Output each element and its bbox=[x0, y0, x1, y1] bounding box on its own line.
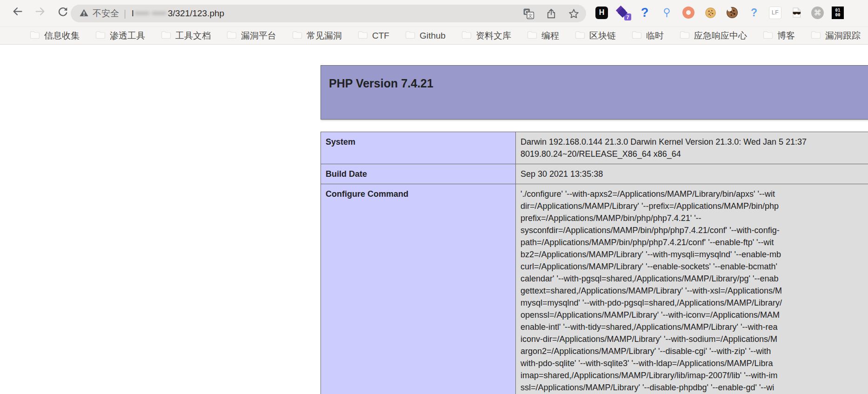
row-value: Darwin 192.168.0.144 21.3.0 Darwin Kerne… bbox=[516, 132, 868, 164]
orange-ring-extension-icon[interactable] bbox=[681, 6, 695, 20]
value-line: mysql=mysqlnd' '--with-pdo-pgsql=shared,… bbox=[521, 297, 868, 309]
mask-extension-icon[interactable] bbox=[789, 6, 803, 20]
value-line: Darwin 192.168.0.144 21.3.0 Darwin Kerne… bbox=[521, 136, 868, 148]
help2-extension-icon[interactable]: ? bbox=[747, 6, 761, 20]
url-redacted-host: •••• bbox=[135, 8, 149, 19]
row-value: Sep 30 2021 13:35:38 bbox=[516, 164, 868, 184]
forward-button[interactable] bbox=[33, 4, 47, 19]
binary-extension-icon[interactable]: 01 00 bbox=[832, 7, 844, 19]
bookmark-label: 常见漏洞 bbox=[307, 30, 342, 42]
row-label: Configure Command bbox=[321, 184, 516, 394]
cookie-dark-extension-icon-glyph bbox=[726, 6, 739, 19]
folder-icon bbox=[292, 31, 302, 41]
help2-extension-icon-glyph: ? bbox=[751, 7, 757, 19]
info-row: Configure Command'./configure' '--with-a… bbox=[321, 184, 868, 394]
bookmark-item[interactable]: 常见漏洞 bbox=[292, 30, 342, 42]
value-line: path=/Applications/MAMP/bin/php/php7.4.2… bbox=[521, 236, 868, 248]
value-line: iconv-dir=/Applications/MAMP/Library' '-… bbox=[521, 333, 868, 345]
command-extension-icon-glyph: ⌘ bbox=[814, 8, 821, 17]
folder-icon bbox=[575, 31, 585, 41]
cookie-light-extension-icon[interactable] bbox=[703, 6, 717, 20]
bookmark-item[interactable]: 应急响应中心 bbox=[680, 30, 747, 42]
bookmark-item[interactable]: 信息收集 bbox=[30, 30, 80, 42]
folder-icon bbox=[811, 31, 821, 41]
bookmark-label: 信息收集 bbox=[44, 30, 80, 42]
bookmark-star-icon[interactable] bbox=[568, 8, 580, 20]
not-secure-warning-icon bbox=[79, 8, 89, 20]
share-icon[interactable] bbox=[546, 8, 557, 19]
address-bar[interactable]: 不安全 | l •••• •••• 3/321/123.php G文 bbox=[71, 5, 586, 22]
bookmark-item[interactable]: 渗透工具 bbox=[95, 30, 145, 42]
bookmark-item[interactable]: 漏洞跟踪 bbox=[811, 30, 861, 42]
bookmark-label: 渗透工具 bbox=[110, 30, 145, 42]
command-extension-icon[interactable]: ⌘ bbox=[811, 7, 824, 19]
omnibox-actions: G文 bbox=[523, 8, 580, 20]
php-version-header: PHP Version 7.4.21 bbox=[320, 65, 868, 120]
row-label: System bbox=[321, 132, 516, 164]
cookie-dark-extension-icon[interactable] bbox=[725, 6, 739, 20]
help-extension-icon[interactable]: ? bbox=[638, 6, 652, 20]
folder-icon bbox=[161, 31, 171, 41]
pin-extension-icon[interactable] bbox=[660, 6, 674, 20]
value-line: with-pdo-sqlite' '--with-sqlite3' '--wit… bbox=[521, 357, 868, 369]
folder-icon bbox=[763, 31, 773, 41]
folder-icon bbox=[95, 31, 106, 41]
folder-icon bbox=[405, 31, 415, 41]
url-redacted-host-2: •••• bbox=[152, 8, 167, 19]
bookmark-item[interactable]: CTF bbox=[358, 31, 389, 41]
bookmark-item[interactable]: Github bbox=[405, 31, 446, 41]
bookmark-item[interactable]: 博客 bbox=[763, 30, 795, 42]
lf-extension-icon[interactable]: LF bbox=[769, 7, 781, 19]
bookmark-label: 漏洞平台 bbox=[241, 30, 276, 42]
back-button[interactable] bbox=[10, 4, 25, 19]
bookmark-label: 编程 bbox=[541, 30, 559, 42]
value-line: 8019.80.24~20/RELEASE_X86_64 x86_64 bbox=[521, 148, 868, 160]
folder-icon bbox=[632, 31, 642, 41]
value-line: bz2=/Applications/MAMP/Library' '--with-… bbox=[521, 248, 868, 260]
extensions-area: H7??LF⌘01 00 bbox=[595, 6, 844, 20]
page-title: PHP Version 7.4.21 bbox=[329, 77, 868, 90]
translate-icon[interactable]: G文 bbox=[523, 8, 534, 20]
value-line: curl=/Applications/MAMP/Library' '--enab… bbox=[521, 260, 868, 273]
value-line: enable-intl' '--with-tidy=shared,/Applic… bbox=[521, 321, 868, 333]
folder-icon bbox=[358, 31, 368, 41]
reload-icon bbox=[57, 6, 69, 18]
value-line: argon2=/Applications/MAMP/Library' '--di… bbox=[521, 345, 868, 357]
security-label: 不安全 bbox=[93, 7, 119, 20]
bookmark-label: 资料文库 bbox=[476, 30, 511, 42]
folder-icon bbox=[680, 31, 690, 41]
bookmark-item[interactable]: 临时 bbox=[632, 30, 664, 42]
bookmark-label: 工具文档 bbox=[175, 30, 211, 42]
bookmark-label: 漏洞跟踪 bbox=[825, 30, 861, 42]
bookmark-label: CTF bbox=[372, 31, 389, 41]
url-separator: | bbox=[124, 8, 126, 19]
url-prefix: l bbox=[132, 8, 134, 19]
reload-button[interactable] bbox=[56, 5, 70, 19]
bookmark-item[interactable]: 工具文档 bbox=[161, 30, 211, 42]
cookie-light-extension-icon-glyph bbox=[704, 7, 717, 19]
value-line: dir=/Applications/MAMP/Library' '--prefi… bbox=[521, 200, 868, 212]
bookmark-item[interactable]: 编程 bbox=[527, 30, 559, 42]
row-value: './configure' '--with-apxs2=/Application… bbox=[516, 184, 868, 394]
help-extension-icon-glyph: ? bbox=[641, 6, 649, 20]
value-line: './configure' '--with-apxs2=/Application… bbox=[521, 188, 868, 200]
value-line: sysconfdir=/Applications/MAMP/bin/php/ph… bbox=[521, 224, 868, 236]
folder-icon bbox=[30, 31, 40, 41]
value-line: ssl=/Applications/MAMP/Library' '--disab… bbox=[521, 381, 868, 394]
h-extension-icon[interactable]: H bbox=[595, 7, 608, 19]
back-icon bbox=[11, 5, 24, 18]
bookmark-item[interactable]: 区块链 bbox=[575, 30, 616, 42]
bookmark-label: 临时 bbox=[646, 30, 664, 42]
nav-buttons bbox=[10, 4, 70, 19]
bookmarks-bar: 信息收集 渗透工具 工具文档 漏洞平台 常见漏洞 CTF Git bbox=[0, 27, 868, 45]
forward-icon bbox=[34, 5, 47, 18]
row-label: Build Date bbox=[321, 164, 516, 184]
purple-stack-extension-icon[interactable]: 7 bbox=[616, 6, 630, 20]
value-line: openssl=/Applications/MAMP/Library' '--w… bbox=[521, 309, 868, 321]
lf-extension-icon-glyph: LF bbox=[772, 9, 779, 16]
url-text: l •••• •••• 3/321/123.php bbox=[132, 8, 224, 19]
info-row: Build DateSep 30 2021 13:35:38 bbox=[321, 164, 868, 184]
url-path: 3/321/123.php bbox=[168, 8, 225, 19]
bookmark-item[interactable]: 资料文库 bbox=[461, 30, 511, 42]
bookmark-item[interactable]: 漏洞平台 bbox=[227, 30, 276, 42]
